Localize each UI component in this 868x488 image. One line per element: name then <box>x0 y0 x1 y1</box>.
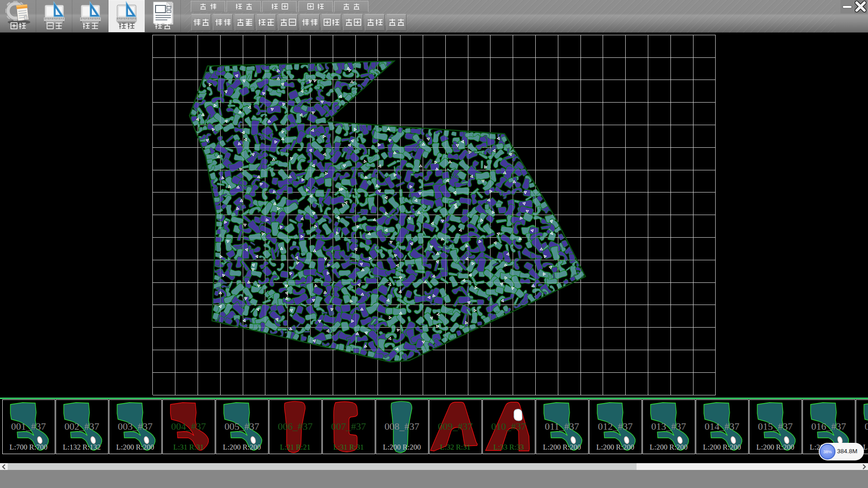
svg-text:008_#37: 008_#37 <box>385 421 420 432</box>
svg-text:006_#37: 006_#37 <box>278 421 313 432</box>
svg-text:005_#37: 005_#37 <box>225 421 259 432</box>
svg-text:L:33 R:33: L:33 R:33 <box>493 443 524 451</box>
svg-text:L:200 R:200: L:200 R:200 <box>543 443 581 451</box>
svg-text:L:32 R:31: L:32 R:31 <box>440 443 470 451</box>
svg-text:011_#37: 011_#37 <box>545 421 579 432</box>
svg-text:012_#37: 012_#37 <box>598 421 633 432</box>
svg-text:015_#37: 015_#37 <box>758 421 793 432</box>
svg-text:003_#37: 003_#37 <box>118 421 153 432</box>
svg-text:016_#37: 016_#37 <box>811 421 846 432</box>
svg-text:001_#37: 001_#37 <box>11 421 46 432</box>
svg-text:L:700 R:700: L:700 R:700 <box>9 443 47 451</box>
svg-text:L:132 R:132: L:132 R:132 <box>63 443 101 451</box>
svg-text:L:21 R:21: L:21 R:21 <box>280 443 310 451</box>
svg-text:L:200 R:200: L:200 R:200 <box>703 443 741 451</box>
svg-text:L:31 R:31: L:31 R:31 <box>173 443 203 451</box>
svg-text:L:200 R:200: L:200 R:200 <box>756 443 794 451</box>
svg-text:L:200 R:200: L:200 R:200 <box>650 443 688 451</box>
svg-text:013_#37: 013_#37 <box>651 421 686 432</box>
svg-text:L:200 R:200: L:200 R:200 <box>223 443 261 451</box>
svg-text:017_#37: 017_#37 <box>865 421 868 432</box>
svg-text:007_#37: 007_#37 <box>331 421 366 432</box>
svg-text:010_#37: 010_#37 <box>491 421 526 432</box>
svg-text:L:31 R:31: L:31 R:31 <box>333 443 363 451</box>
svg-text:009_#37: 009_#37 <box>438 421 473 432</box>
svg-text:002_#37: 002_#37 <box>65 421 99 432</box>
svg-text:014_#37: 014_#37 <box>705 421 740 432</box>
svg-text:004_#37: 004_#37 <box>171 421 206 432</box>
svg-text:L:200 R:200: L:200 R:200 <box>596 443 634 451</box>
svg-text:L:200 R:200: L:200 R:200 <box>383 443 421 451</box>
svg-text:L:200 R:200: L:200 R:200 <box>116 443 154 451</box>
